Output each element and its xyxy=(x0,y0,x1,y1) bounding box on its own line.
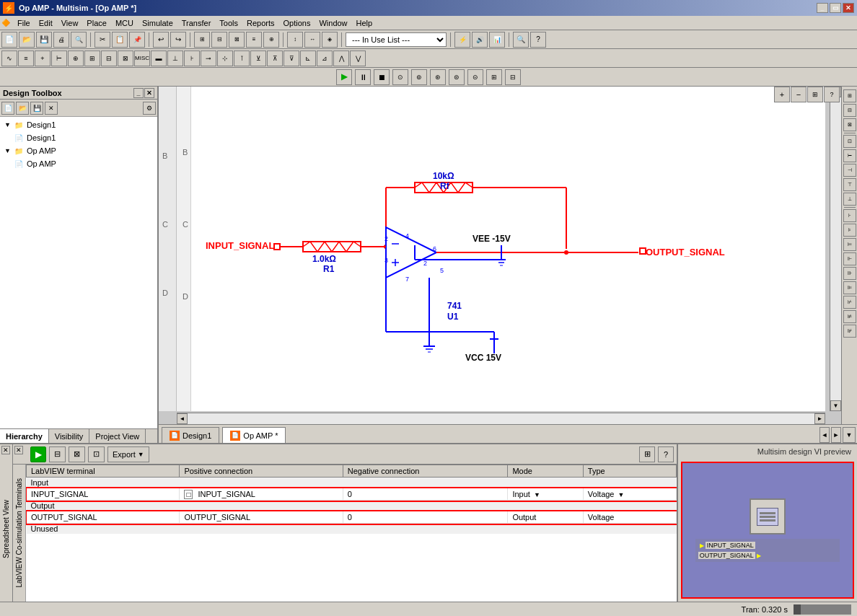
tree-item-design1-child[interactable]: 📄 Design1 xyxy=(1,131,156,144)
menu-place[interactable]: Place xyxy=(82,17,111,29)
panel-open[interactable]: 📂 xyxy=(16,102,29,115)
export-btn[interactable]: Export ▼ xyxy=(107,446,149,462)
tab-hierarchy[interactable]: Hierarchy xyxy=(0,429,49,444)
menu-reports[interactable]: Reports xyxy=(242,17,279,29)
input-signal-row[interactable]: INPUT_SIGNAL □ INPUT_SIGNAL 0 Input ▼ xyxy=(27,488,677,501)
tb-misc4[interactable]: ⊦ xyxy=(184,50,200,66)
lv-btn2[interactable]: ⊠ xyxy=(69,446,85,462)
hier-tool3[interactable]: ⊠ xyxy=(118,50,133,66)
menu-view[interactable]: View xyxy=(57,17,83,29)
sim-step4[interactable]: ⊜ xyxy=(449,69,465,85)
tb-misc11[interactable]: ⊾ xyxy=(300,50,316,66)
menu-file[interactable]: File xyxy=(13,17,35,29)
sim-step6[interactable]: ⊞ xyxy=(486,69,502,85)
tab-visibility[interactable]: Visibility xyxy=(49,429,90,444)
tb-misc12[interactable]: ⊿ xyxy=(317,50,333,66)
rs-btn8[interactable]: ⊥ xyxy=(843,193,856,206)
output-signal-row[interactable]: OUTPUT_SIGNAL OUTPUT_SIGNAL 0 Output Vol… xyxy=(27,511,677,524)
label-tool[interactable]: ⊢ xyxy=(51,50,67,66)
tb-misc14[interactable]: ⋁ xyxy=(350,50,366,66)
restore-button[interactable]: ▭ xyxy=(830,3,841,13)
minimize-button[interactable]: _ xyxy=(817,3,828,13)
wire-tool[interactable]: ∿ xyxy=(1,50,17,66)
toggle-grid-btn[interactable]: ⊞ xyxy=(194,32,210,48)
rs-btn5[interactable]: ⊢ xyxy=(843,149,856,162)
tree-item-opamp-root[interactable]: ▼ 📁 Op AMP xyxy=(1,144,156,157)
schema-canvas[interactable]: B C D xyxy=(177,87,825,411)
tb-misc5[interactable]: ⊸ xyxy=(201,50,216,66)
menu-mcu[interactable]: MCU xyxy=(111,17,138,29)
rs-btn9[interactable]: ⊦ xyxy=(843,209,856,222)
hier-tool2[interactable]: ⊟ xyxy=(101,50,117,66)
lower-x-btn[interactable]: ✕ xyxy=(14,446,23,454)
menu-simulate[interactable]: Simulate xyxy=(138,17,177,29)
lv-help-btn[interactable]: ? xyxy=(658,446,674,462)
tb-misc9[interactable]: ⊼ xyxy=(267,50,283,66)
search-btn[interactable]: 🔍 xyxy=(513,32,529,48)
lv-btn3[interactable]: ⊡ xyxy=(88,446,105,462)
save-btn[interactable]: 💾 xyxy=(36,32,52,48)
tab-arrow-right[interactable]: ► xyxy=(831,427,841,443)
tb-btn7[interactable]: ↔ xyxy=(304,32,320,48)
scroll-left[interactable]: ◄ xyxy=(177,413,188,424)
tab-design1[interactable]: 📄 Design1 xyxy=(162,427,219,443)
tb-btn6[interactable]: ↕ xyxy=(287,32,303,48)
tb-misc10[interactable]: ⊽ xyxy=(284,50,299,66)
menu-options[interactable]: Options xyxy=(279,17,315,29)
sim-step7[interactable]: ⊟ xyxy=(505,69,521,85)
rs-btn12[interactable]: ⊩ xyxy=(843,252,856,265)
tb-btn4[interactable]: ≡ xyxy=(246,32,262,48)
checkbox-input[interactable]: □ xyxy=(184,490,193,499)
pause-button[interactable]: ⏸ xyxy=(355,69,371,85)
panel-close-file[interactable]: ✕ xyxy=(45,102,58,115)
zoom-fit-btn[interactable]: ⊞ xyxy=(807,87,823,102)
rs-btn4[interactable]: ⊡ xyxy=(843,135,856,148)
redo-btn[interactable]: ↪ xyxy=(170,32,186,48)
menu-edit[interactable]: Edit xyxy=(35,17,57,29)
rs-btn17[interactable]: ⊮ xyxy=(843,325,856,338)
cut-btn[interactable]: ✂ xyxy=(95,32,110,48)
hier-tool[interactable]: ⊞ xyxy=(84,50,100,66)
tb-btn10[interactable]: 🔊 xyxy=(472,32,488,48)
tab-project-view[interactable]: Project View xyxy=(89,429,146,444)
tb-btn5[interactable]: ⊕ xyxy=(263,32,279,48)
scroll-down[interactable]: ▼ xyxy=(830,400,841,411)
tb-misc7[interactable]: ⊺ xyxy=(234,50,250,66)
place-tool[interactable]: ⊕ xyxy=(68,50,84,66)
help-btn[interactable]: ? xyxy=(530,32,546,48)
undo-btn[interactable]: ↩ xyxy=(153,32,169,48)
rs-btn11[interactable]: ⊨ xyxy=(843,238,856,251)
zoom-out-btn[interactable]: − xyxy=(791,87,807,102)
sim-step3[interactable]: ⊛ xyxy=(430,69,446,85)
new-btn[interactable]: 📄 xyxy=(1,32,17,48)
zoom-value-btn[interactable]: ? xyxy=(824,87,840,102)
toggle-ref-btn[interactable]: ⊟ xyxy=(211,32,227,48)
sim-step2[interactable]: ⊚ xyxy=(411,69,427,85)
tree-item-design1-root[interactable]: ▼ 📁 Design1 xyxy=(1,118,156,131)
tree-item-opamp-child[interactable]: 📄 Op AMP xyxy=(1,157,156,170)
rs-btn10[interactable]: ⊧ xyxy=(843,224,856,237)
rs-btn13[interactable]: ⊪ xyxy=(843,267,856,280)
lv-maximize-btn[interactable]: ⊞ xyxy=(639,446,655,462)
sim-step5[interactable]: ⊝ xyxy=(467,69,483,85)
lv-run-btn[interactable]: ▶ xyxy=(30,446,46,462)
panel-settings[interactable]: ⚙ xyxy=(143,102,156,115)
panel-save[interactable]: 💾 xyxy=(30,102,43,115)
lv-btn1[interactable]: ⊟ xyxy=(49,446,66,462)
zoom-in-btn[interactable]: + xyxy=(774,87,790,102)
tab-arrow-menu[interactable]: ▼ xyxy=(843,427,856,443)
menu-tools[interactable]: Tools xyxy=(215,17,242,29)
run-button[interactable]: ▶ xyxy=(336,69,352,85)
menu-window[interactable]: Window xyxy=(315,17,351,29)
rs-btn7[interactable]: ⊤ xyxy=(843,178,856,191)
bus-tool[interactable]: ≡ xyxy=(18,50,34,66)
panel-new[interactable]: 📄 xyxy=(1,102,14,115)
tb-misc2[interactable]: ▬ xyxy=(151,50,167,66)
sim-step1[interactable]: ⊙ xyxy=(392,69,408,85)
scroll-right[interactable]: ► xyxy=(814,413,825,424)
tb-misc13[interactable]: ⋀ xyxy=(333,50,349,66)
rs-btn14[interactable]: ⊫ xyxy=(843,281,856,294)
tab-arrow-left[interactable]: ◄ xyxy=(819,427,830,443)
copy-btn[interactable]: 📋 xyxy=(112,32,128,48)
tb-misc6[interactable]: ⊹ xyxy=(217,50,233,66)
